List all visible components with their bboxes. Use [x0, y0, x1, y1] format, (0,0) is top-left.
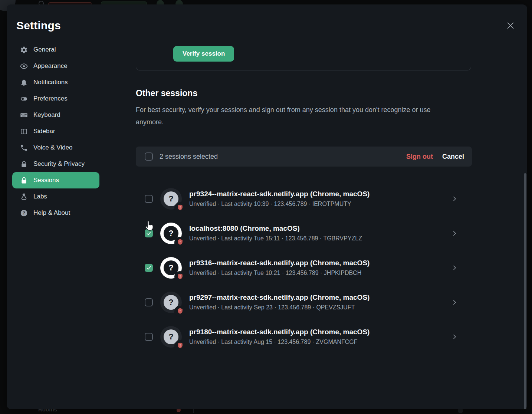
- sidebar-item-appearance[interactable]: Appearance: [12, 58, 99, 74]
- settings-sidebar: General Appearance Notifications Prefere…: [12, 42, 99, 221]
- session-details: Unverified · Last activity Sep 23 · 123.…: [189, 304, 370, 311]
- sidebar-item-label: General: [33, 46, 56, 53]
- session-row[interactable]: ? pr9297--matrix-react-sdk.netlify.app (…: [136, 285, 472, 319]
- session-checkbox[interactable]: [145, 195, 153, 203]
- session-info: localhost:8080 (Chrome, macOS) Unverifie…: [189, 224, 362, 242]
- sidebar-item-label: Notifications: [33, 79, 68, 86]
- session-row[interactable]: ? localhost:8080 (Chrome, macOS) Unverif…: [136, 216, 472, 250]
- chevron-right-icon[interactable]: [451, 299, 458, 306]
- session-info: pr9316--matrix-react-sdk.netlify.app (Ch…: [189, 259, 370, 276]
- sidebar-item-sessions[interactable]: Sessions: [12, 172, 99, 188]
- close-button[interactable]: [505, 20, 516, 31]
- sidebar-item-keyboard[interactable]: Keyboard: [12, 107, 99, 123]
- current-session-card: Verify session: [136, 40, 471, 70]
- sidebar-item-labs[interactable]: Labs: [12, 188, 99, 205]
- keyboard-icon: [20, 111, 28, 119]
- sidebar-item-label: Voice & Video: [33, 144, 73, 151]
- flask-icon: [20, 193, 28, 201]
- selection-bar: 2 sessions selected Sign out Cancel: [136, 147, 472, 167]
- sidebar-item-label: Keyboard: [33, 111, 60, 119]
- session-list: ? pr9324--matrix-react-sdk.netlify.app (…: [136, 181, 472, 354]
- sidebar-item-preferences[interactable]: Preferences: [12, 91, 99, 107]
- session-name: pr9324--matrix-react-sdk.netlify.app (Ch…: [189, 190, 370, 198]
- session-details: Unverified · Last activity 10:39 · 123.4…: [189, 201, 370, 207]
- session-info: pr9180--matrix-react-sdk.netlify.app (Ch…: [189, 328, 370, 345]
- session-info: pr9297--matrix-react-sdk.netlify.app (Ch…: [189, 293, 370, 311]
- session-row[interactable]: ? pr9316--matrix-react-sdk.netlify.app (…: [136, 250, 472, 285]
- sidebar-item-voice-video[interactable]: Voice & Video: [12, 139, 99, 156]
- sidebar-item-label: Preferences: [33, 95, 68, 102]
- chevron-right-icon[interactable]: [451, 334, 458, 340]
- sidebar-item-notifications[interactable]: Notifications: [12, 74, 99, 91]
- session-row[interactable]: ? pr9324--matrix-react-sdk.netlify.app (…: [136, 181, 472, 216]
- lock-icon: [20, 177, 28, 184]
- session-row[interactable]: ? pr9180--matrix-react-sdk.netlify.app (…: [136, 319, 472, 354]
- svg-text:?: ?: [23, 211, 25, 215]
- selected-count-label: 2 sessions selected: [160, 153, 406, 161]
- sidebar-item-label: Labs: [33, 193, 47, 200]
- lock-icon: [20, 160, 28, 168]
- dialog-title: Settings: [16, 19, 61, 32]
- session-name: pr9297--matrix-react-sdk.netlify.app (Ch…: [189, 293, 370, 302]
- session-avatar: ?: [160, 257, 182, 279]
- session-avatar: ?: [160, 292, 182, 313]
- sidebar-layout-icon: [20, 128, 28, 135]
- scrollbar[interactable]: [524, 173, 526, 409]
- session-name: localhost:8080 (Chrome, macOS): [189, 224, 362, 233]
- sidebar-item-general[interactable]: General: [12, 42, 99, 58]
- unverified-shield-icon: [174, 237, 185, 248]
- sidebar-item-label: Sidebar: [33, 128, 55, 135]
- toggle-icon: [20, 95, 28, 103]
- sign-out-button[interactable]: Sign out: [406, 153, 433, 161]
- sidebar-item-label: Security & Privacy: [33, 160, 85, 168]
- cancel-button[interactable]: Cancel: [442, 153, 464, 161]
- sidebar-item-help-about[interactable]: ? Help & About: [12, 205, 99, 221]
- eye-icon: [20, 62, 28, 70]
- other-sessions-description: For best security, verify your sessions …: [136, 104, 444, 128]
- select-all-checkbox[interactable]: [145, 152, 153, 161]
- verify-session-button[interactable]: Verify session: [173, 46, 234, 62]
- unverified-shield-icon: [174, 306, 185, 317]
- sidebar-item-label: Sessions: [33, 177, 59, 184]
- close-icon: [506, 22, 515, 30]
- phone-icon: [20, 144, 28, 152]
- session-checkbox[interactable]: [145, 298, 153, 306]
- session-name: pr9316--matrix-react-sdk.netlify.app (Ch…: [189, 259, 370, 267]
- sidebar-item-label: Appearance: [33, 62, 68, 70]
- settings-dialog: Settings General Appearance Notification…: [7, 4, 527, 409]
- unverified-shield-icon: [174, 271, 185, 282]
- session-details: Unverified · Last activity Tue 15:11 · 1…: [189, 235, 362, 242]
- sidebar-item-sidebar[interactable]: Sidebar: [12, 123, 99, 139]
- session-avatar: ?: [160, 223, 182, 244]
- session-avatar: ?: [160, 326, 182, 348]
- unverified-shield-icon: [174, 202, 185, 213]
- session-info: pr9324--matrix-react-sdk.netlify.app (Ch…: [189, 190, 370, 207]
- session-avatar: ?: [160, 188, 182, 210]
- session-checkbox[interactable]: [145, 229, 153, 237]
- sidebar-item-label: Help & About: [33, 209, 70, 217]
- unverified-shield-icon: [174, 340, 185, 351]
- session-details: Unverified · Last activity Tue 10:21 · 1…: [189, 270, 370, 276]
- session-checkbox[interactable]: [145, 264, 153, 272]
- session-checkbox[interactable]: [145, 333, 153, 341]
- sidebar-item-security-privacy[interactable]: Security & Privacy: [12, 156, 99, 172]
- session-name: pr9180--matrix-react-sdk.netlify.app (Ch…: [189, 328, 370, 336]
- sessions-content: Verify session Other sessions For best s…: [136, 40, 472, 409]
- other-sessions-heading: Other sessions: [136, 88, 197, 98]
- session-details: Unverified · Last activity Aug 15 · 123.…: [189, 339, 370, 345]
- gear-icon: [20, 46, 28, 54]
- chevron-right-icon[interactable]: [451, 264, 458, 271]
- chevron-right-icon[interactable]: [451, 196, 458, 202]
- chevron-right-icon[interactable]: [451, 230, 458, 237]
- question-circle-icon: ?: [20, 209, 28, 217]
- bell-icon: [20, 79, 28, 86]
